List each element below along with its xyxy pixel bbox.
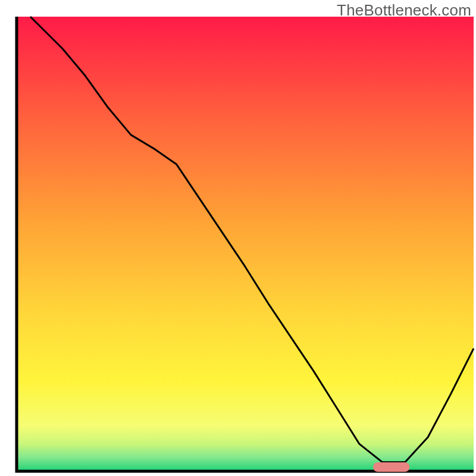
watermark-text: TheBottleneck.com	[337, 1, 471, 20]
chart-background	[17, 17, 474, 471]
chart-container	[0, 0, 476, 476]
bottleneck-chart	[0, 0, 476, 476]
bottleneck-marker	[373, 462, 409, 472]
